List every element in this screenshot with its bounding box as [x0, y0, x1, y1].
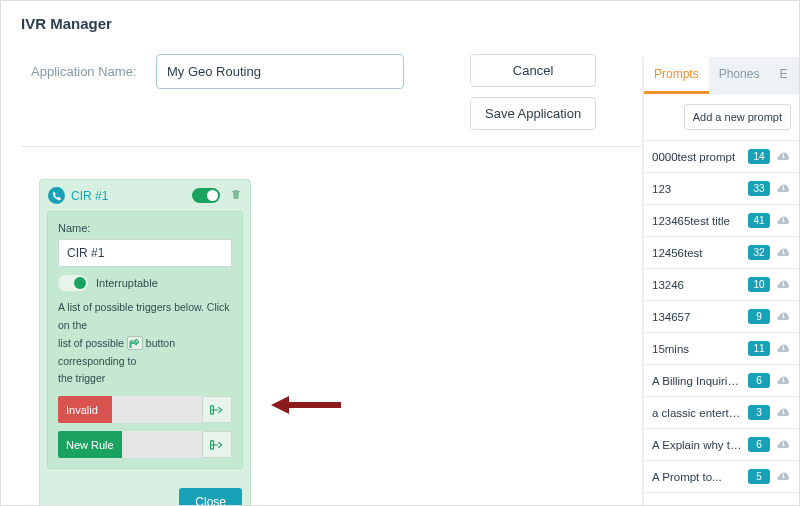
interruptable-label: Interruptable: [96, 277, 158, 289]
prompt-name: 123465test title: [652, 215, 742, 227]
right-panel-tabs: Prompts Phones E: [644, 57, 799, 94]
prompt-name: A Explain why th...: [652, 439, 742, 451]
save-application-button[interactable]: Save Application: [470, 97, 596, 130]
prompt-item[interactable]: A Billing Inquiries...6: [644, 365, 799, 397]
cloud-download-icon[interactable]: [776, 469, 791, 484]
tab-prompts[interactable]: Prompts: [644, 57, 709, 94]
prompt-name: A Billing Inquiries...: [652, 375, 742, 387]
prompt-item[interactable]: 12456test32: [644, 237, 799, 269]
prompt-name: 15mins: [652, 343, 742, 355]
trigger-row-newrule: New Rule: [58, 431, 232, 458]
cloud-download-icon[interactable]: [776, 181, 791, 196]
prompt-list: 0000test prompt1412333123465test title41…: [644, 141, 799, 493]
app-name-input[interactable]: [156, 54, 404, 89]
cir-card-body: Name: Interruptable A list of possible t…: [47, 211, 243, 469]
cir-card-header: CIR #1: [40, 180, 250, 211]
prompt-name: 134657: [652, 311, 742, 323]
prompt-name: 0000test prompt: [652, 151, 742, 163]
cloud-download-icon[interactable]: [776, 373, 791, 388]
trigger-row-invalid: Invalid: [58, 396, 232, 423]
prompt-item[interactable]: 123465test title41: [644, 205, 799, 237]
tab-phones[interactable]: Phones: [709, 57, 770, 93]
trigger-bar: [122, 431, 202, 458]
cloud-download-icon[interactable]: [776, 341, 791, 356]
cir-card-title: CIR #1: [71, 189, 186, 203]
route-inline-icon: [127, 336, 143, 350]
prompt-item[interactable]: 1346579: [644, 301, 799, 333]
prompt-item[interactable]: 0000test prompt14: [644, 141, 799, 173]
prompt-item[interactable]: A Prompt to...5: [644, 461, 799, 493]
prompt-name: A Prompt to...: [652, 471, 742, 483]
prompt-item[interactable]: 12333: [644, 173, 799, 205]
cir-name-input[interactable]: [58, 239, 232, 267]
cancel-button[interactable]: Cancel: [470, 54, 596, 87]
cloud-download-icon[interactable]: [776, 437, 791, 452]
prompt-count-badge: 9: [748, 309, 770, 324]
trigger-route-button[interactable]: [202, 431, 232, 458]
prompt-count-badge: 33: [748, 181, 770, 196]
cloud-download-icon[interactable]: [776, 213, 791, 228]
cloud-download-icon[interactable]: [776, 245, 791, 260]
app-name-label: Application Name:: [31, 54, 156, 79]
prompt-count-badge: 14: [748, 149, 770, 164]
interruptable-toggle[interactable]: [58, 275, 88, 291]
name-field-label: Name:: [58, 222, 232, 234]
trash-icon[interactable]: [230, 188, 242, 204]
cloud-download-icon[interactable]: [776, 405, 791, 420]
trigger-route-button[interactable]: [202, 396, 232, 423]
tab-extra[interactable]: E: [769, 57, 797, 93]
prompt-count-badge: 6: [748, 437, 770, 452]
prompt-item[interactable]: 1324610: [644, 269, 799, 301]
prompt-name: 13246: [652, 279, 742, 291]
prompt-item[interactable]: A Explain why th...6: [644, 429, 799, 461]
card-enable-toggle[interactable]: [192, 188, 220, 203]
cloud-download-icon[interactable]: [776, 277, 791, 292]
prompt-count-badge: 3: [748, 405, 770, 420]
prompt-count-badge: 6: [748, 373, 770, 388]
prompt-item[interactable]: 15mins11: [644, 333, 799, 365]
prompt-count-badge: 32: [748, 245, 770, 260]
trigger-tag-newrule[interactable]: New Rule: [58, 431, 122, 458]
page-title: IVR Manager: [1, 1, 799, 46]
cir-card: CIR #1 Name: Interruptable A list of pos…: [39, 179, 251, 506]
prompt-count-badge: 41: [748, 213, 770, 228]
add-prompt-button[interactable]: Add a new prompt: [684, 104, 791, 130]
svg-marker-3: [271, 396, 289, 414]
prompt-count-badge: 10: [748, 277, 770, 292]
trigger-tag-invalid[interactable]: Invalid: [58, 396, 112, 423]
trigger-bar: [112, 396, 202, 423]
prompt-count-badge: 5: [748, 469, 770, 484]
prompt-count-badge: 11: [748, 341, 770, 356]
prompt-name: 12456test: [652, 247, 742, 259]
triggers-help-text: A list of possible triggers below. Click…: [58, 299, 232, 388]
close-button[interactable]: Close: [179, 488, 242, 506]
phone-icon: [48, 187, 65, 204]
annotation-arrow: [271, 394, 343, 420]
cloud-download-icon[interactable]: [776, 309, 791, 324]
prompt-name: 123: [652, 183, 742, 195]
prompt-item[interactable]: a classic entert w...3: [644, 397, 799, 429]
prompt-name: a classic entert w...: [652, 407, 742, 419]
cloud-download-icon[interactable]: [776, 149, 791, 164]
right-panel: Prompts Phones E Add a new prompt 0000te…: [642, 57, 799, 506]
